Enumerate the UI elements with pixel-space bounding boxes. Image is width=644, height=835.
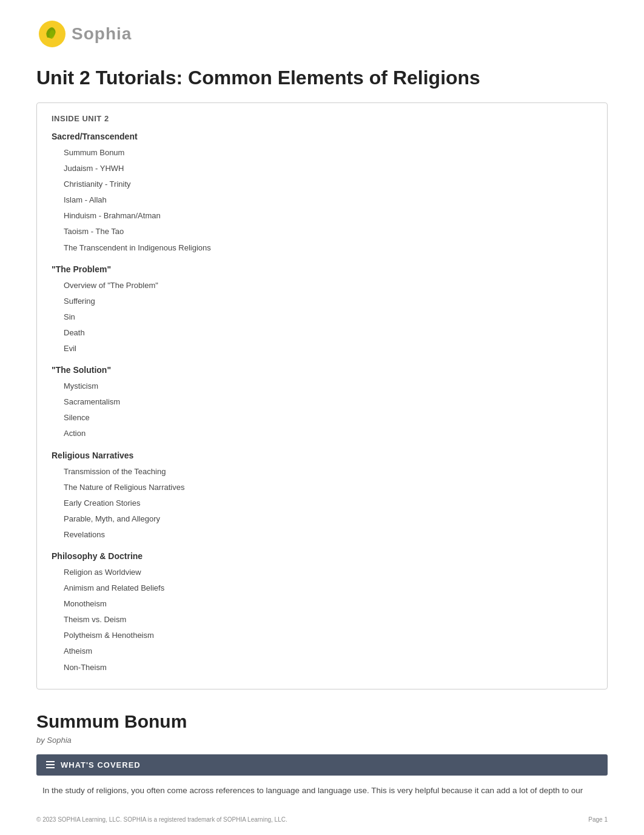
list-item[interactable]: Sin bbox=[52, 309, 592, 325]
list-item[interactable]: Judaism - YHWH bbox=[52, 161, 592, 176]
whats-covered-label: WHAT'S COVERED bbox=[61, 760, 141, 770]
logo-area: Sophia bbox=[36, 0, 608, 56]
list-item[interactable]: Sacramentalism bbox=[52, 394, 592, 410]
list-item[interactable]: Silence bbox=[52, 410, 592, 426]
list-item[interactable]: Hinduism - Brahman/Atman bbox=[52, 208, 592, 224]
whats-covered-bar: WHAT'S COVERED bbox=[36, 754, 608, 776]
page-container: Sophia Unit 2 Tutorials: Common Elements… bbox=[0, 0, 644, 835]
list-item[interactable]: Religion as Worldview bbox=[52, 565, 592, 580]
list-item[interactable]: Mysticism bbox=[52, 378, 592, 394]
logo-text: Sophia bbox=[72, 24, 132, 44]
logo-wrapper: Sophia bbox=[36, 18, 132, 50]
list-item[interactable]: Summum Bonum bbox=[52, 145, 592, 161]
list-item[interactable]: Theism vs. Deism bbox=[52, 612, 592, 628]
toc-section-problem: "The Problem" Overview of "The Problem" … bbox=[52, 264, 592, 357]
toc-section-solution: "The Solution" Mysticism Sacramentalism … bbox=[52, 365, 592, 441]
page-title: Unit 2 Tutorials: Common Elements of Rel… bbox=[36, 67, 608, 89]
list-item[interactable]: Polytheism & Henotheism bbox=[52, 628, 592, 643]
list-icon bbox=[46, 761, 55, 768]
toc-section-title-philosophy: Philosophy & Doctrine bbox=[52, 551, 592, 561]
list-item[interactable]: Overview of "The Problem" bbox=[52, 278, 592, 293]
toc-section-title-solution: "The Solution" bbox=[52, 365, 592, 375]
toc-section-narratives: Religious Narratives Transmission of the… bbox=[52, 451, 592, 543]
content-heading: Summum Bonum bbox=[36, 711, 608, 732]
list-item[interactable]: Evil bbox=[52, 341, 592, 357]
toc-section-philosophy: Philosophy & Doctrine Religion as Worldv… bbox=[52, 551, 592, 676]
list-item[interactable]: Non-Theism bbox=[52, 660, 592, 676]
list-item[interactable]: Islam - Allah bbox=[52, 192, 592, 208]
list-item[interactable]: Atheism bbox=[52, 643, 592, 659]
byline: by Sophia bbox=[36, 736, 608, 745]
toc-section-title-narratives: Religious Narratives bbox=[52, 451, 592, 460]
list-item[interactable]: Early Creation Stories bbox=[52, 495, 592, 511]
footer-copyright: © 2023 SOPHIA Learning, LLC. SOPHIA is a… bbox=[36, 816, 287, 823]
toc-section-title-sacred: Sacred/Transcendent bbox=[52, 132, 592, 141]
list-item[interactable]: Animism and Related Beliefs bbox=[52, 580, 592, 596]
toc-box: INSIDE UNIT 2 Sacred/Transcendent Summum… bbox=[36, 102, 608, 689]
toc-section-title-problem: "The Problem" bbox=[52, 264, 592, 274]
list-item[interactable]: Revelations bbox=[52, 527, 592, 543]
list-item[interactable]: Taoism - The Tao bbox=[52, 224, 592, 240]
list-item[interactable]: Suffering bbox=[52, 293, 592, 309]
list-icon-line1 bbox=[46, 761, 55, 762]
list-icon-line2 bbox=[46, 764, 55, 765]
list-item[interactable]: The Nature of Religious Narratives bbox=[52, 480, 592, 495]
list-icon-line3 bbox=[46, 767, 55, 768]
list-item[interactable]: Death bbox=[52, 325, 592, 341]
list-item[interactable]: Action bbox=[52, 426, 592, 441]
toc-section-sacred: Sacred/Transcendent Summum Bonum Judaism… bbox=[52, 132, 592, 256]
list-item[interactable]: The Transcendent in Indigenous Religions bbox=[52, 240, 592, 256]
list-item[interactable]: Transmission of the Teaching bbox=[52, 464, 592, 480]
list-item[interactable]: Parable, Myth, and Allegory bbox=[52, 511, 592, 527]
sophia-logo-icon bbox=[36, 18, 68, 50]
list-item[interactable]: Monotheism bbox=[52, 596, 592, 612]
list-item[interactable]: Christianity - Trinity bbox=[52, 176, 592, 192]
toc-header: INSIDE UNIT 2 bbox=[52, 114, 592, 123]
body-text: In the study of religions, you often com… bbox=[36, 784, 608, 797]
page-footer: © 2023 SOPHIA Learning, LLC. SOPHIA is a… bbox=[36, 816, 608, 823]
footer-page-number: Page 1 bbox=[588, 816, 608, 823]
